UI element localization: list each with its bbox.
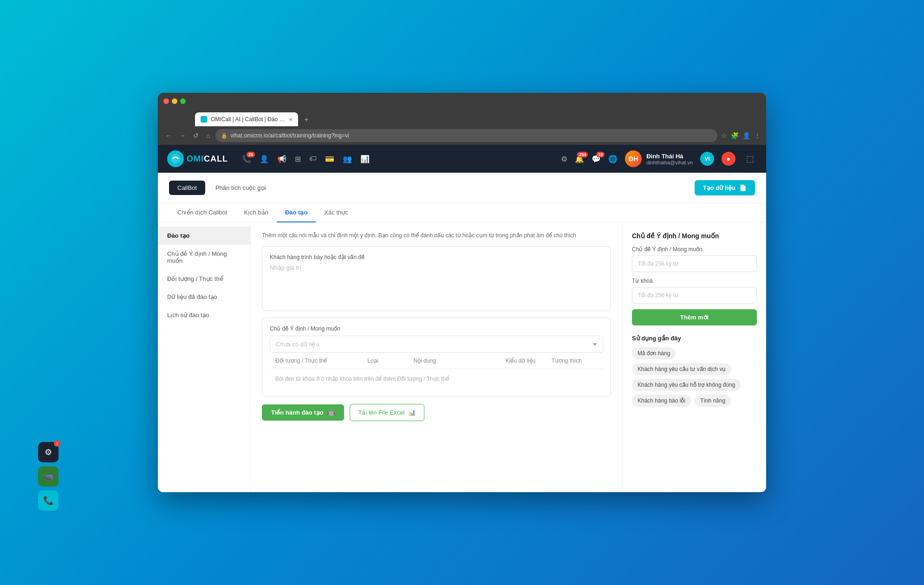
tab-callbot[interactable]: CallBot xyxy=(169,181,205,195)
home-button[interactable]: ⌂ xyxy=(204,130,212,141)
tag-0[interactable]: Mã đơn hàng xyxy=(632,347,676,359)
add-new-button[interactable]: Thêm mới xyxy=(632,309,757,325)
input-label: Khách hàng trình bày hoặc đặt vấn đề xyxy=(270,254,603,260)
sidebar-item-lich-su[interactable]: Lịch sử đào tạo xyxy=(158,306,250,324)
svg-point-0 xyxy=(171,154,180,163)
forward-button[interactable]: → xyxy=(177,130,188,141)
chat-icon[interactable]: 💬 19 xyxy=(592,155,601,163)
main-content: CallBot Phân tích cuộc gọi Tạo dữ liệu 📄… xyxy=(158,173,766,492)
browser-tab-active[interactable]: OMICall | AI | CallBot | Đào tạo ✕ xyxy=(195,112,298,126)
create-data-button[interactable]: Tạo dữ liệu 📄 xyxy=(695,180,755,195)
body-layout: Đào tạo Chủ đề Ý định / Mong muốn Đối tư… xyxy=(158,223,766,492)
intent-label: Chủ đề Ý định / Mong muốn xyxy=(270,325,603,332)
nav-icon-user[interactable]: 👤 xyxy=(260,155,269,163)
browser-window: OMICall | AI | CallBot | Đào tạo ✕ + ← →… xyxy=(158,93,766,492)
keyword-input-group: Từ khoá xyxy=(632,278,757,304)
refresh-button[interactable]: ↺ xyxy=(191,130,201,141)
browser-actions: ☆ 🧩 👤 ⋮ xyxy=(721,132,761,139)
tag-2[interactable]: Khách hàng yêu cầu hỗ trợ không đúng xyxy=(632,379,741,391)
app-header: OMICALL 📞 25 👤 📢 ⊞ 🏷 💳 👥 📊 ⚙ 🔔 xyxy=(158,145,766,173)
globe-icon[interactable]: 🌐 xyxy=(608,155,618,163)
float-settings-button[interactable]: ⚙ 1 xyxy=(38,442,59,462)
table-placeholder: Bôi đen từ khóa ở ô nhập khóa bên trên đ… xyxy=(270,369,603,389)
subtab-chien-dich[interactable]: Chiến dịch Callbot xyxy=(169,203,235,222)
upload-excel-button[interactable]: Tải lên File Excel 📊 xyxy=(350,404,425,421)
tag-3[interactable]: Khách hàng báo lỗi xyxy=(632,395,691,407)
nav-icon-phone[interactable]: 📞 25 xyxy=(242,155,251,163)
tag-1[interactable]: Khách hàng yêu cầu tư vấn dịch vụ xyxy=(632,363,731,375)
float-video-button[interactable]: 📹 xyxy=(38,466,59,487)
browser-chrome: OMICall | AI | CallBot | Đào tạo ✕ + ← →… xyxy=(158,93,766,145)
sidebar-item-doi-tuong[interactable]: Đối tượng / Thực thể xyxy=(158,270,250,288)
minimize-button[interactable] xyxy=(172,98,177,104)
tab-phan-tich[interactable]: Phân tích cuộc gọi xyxy=(207,181,274,195)
nav-icon-megaphone[interactable]: 📢 xyxy=(277,155,286,163)
intent-section: Chủ đề Ý định / Mong muốn Chưa có dữ liệ… xyxy=(262,318,611,396)
intent-input[interactable] xyxy=(632,255,757,272)
input-textarea[interactable] xyxy=(270,264,603,301)
close-button[interactable] xyxy=(163,98,169,104)
user-email: dinhthaiha@vihat.vn xyxy=(646,160,693,165)
header-right: ⚙ 🔔 254 💬 19 🌐 ĐH Đinh Thái Hà dinhthaih… xyxy=(561,150,757,167)
new-tab-button[interactable]: + xyxy=(300,113,313,126)
action-row: Tiến hành đào tạo 🤖 Tải lên File Excel 📊 xyxy=(262,404,611,421)
float-phone-button[interactable]: 📞 xyxy=(38,490,59,511)
subtab-kich-ban[interactable]: Kịch bản xyxy=(235,203,276,222)
tab-close-icon[interactable]: ✕ xyxy=(289,117,293,122)
col-noi-dung: Nội dung xyxy=(413,358,505,364)
menu-icon[interactable]: ⋮ xyxy=(754,132,761,139)
sub-tabs: Chiến dịch Callbot Kịch bản Đào tạo Xác … xyxy=(158,203,766,223)
user-avatar: ĐH xyxy=(625,150,642,167)
notification-icon[interactable]: 🔔 254 xyxy=(575,155,584,163)
nav-icon-chart[interactable]: 📊 xyxy=(360,155,370,163)
intent-input-group: Chủ đề Ý định / Mong muốn xyxy=(632,246,757,272)
top-bar: CallBot Phân tích cuộc gọi Tạo dữ liệu 📄 xyxy=(158,173,766,203)
panel-description: Thêm một câu nói mẫu và chỉ định một ý đ… xyxy=(262,232,611,239)
user-name: Đinh Thái Hà xyxy=(646,153,693,160)
main-panel: Thêm một câu nói mẫu và chỉ định một ý đ… xyxy=(251,223,622,492)
address-bar[interactable]: 🔒 vihat.omicrm.io/ai/callbot/training/tr… xyxy=(215,129,717,142)
nav-icon-people[interactable]: 👥 xyxy=(343,155,352,163)
sidebar: Đào tạo Chủ đề Ý định / Mong muốn Đối tư… xyxy=(158,223,251,492)
extensions-icon[interactable]: 🧩 xyxy=(731,132,739,139)
maximize-button[interactable] xyxy=(180,98,186,104)
traffic-lights xyxy=(163,98,186,104)
notification-badge: 254 xyxy=(577,152,588,157)
recent-title: Sử dụng gần đây xyxy=(632,335,757,342)
nav-icon-grid[interactable]: ⊞ xyxy=(295,155,301,163)
col-kieu-du-lieu: Kiểu dữ liệu xyxy=(506,358,552,364)
nav-icon-tag[interactable]: 🏷 xyxy=(309,155,317,163)
subtab-xac-thuc[interactable]: Xác thực xyxy=(316,203,356,222)
tag-4[interactable]: Tính năng xyxy=(695,395,731,407)
logo-icon xyxy=(167,150,184,167)
record-button[interactable]: ● xyxy=(722,152,735,166)
tab-favicon xyxy=(201,116,207,123)
logo-text: OMICALL xyxy=(187,154,228,164)
user-info: ĐH Đinh Thái Hà dinhthaiha@vihat.vn xyxy=(625,150,693,167)
chat-badge: 19 xyxy=(596,152,605,157)
sidebar-item-dao-tao[interactable]: Đào tạo xyxy=(158,227,250,245)
profile-icon[interactable]: 👤 xyxy=(742,132,750,139)
sidebar-item-du-lieu[interactable]: Dữ liệu đã đào tạo xyxy=(158,288,250,306)
col-loai: Loại xyxy=(367,358,413,364)
subtab-dao-tao[interactable]: Đào tạo xyxy=(277,203,316,222)
lock-icon: 🔒 xyxy=(221,133,228,139)
settings-icon[interactable]: ⚙ xyxy=(561,155,567,163)
train-icon: 🤖 xyxy=(327,409,335,416)
intent-input-label: Chủ đề Ý định / Mong muốn xyxy=(632,246,757,253)
intent-select[interactable]: Chưa có dữ liệu xyxy=(270,336,603,353)
url-text: vihat.omicrm.io/ai/callbot/training/trai… xyxy=(230,132,349,139)
right-panel: Chủ đề Ý định / Mong muốn Chủ đề Ý định … xyxy=(622,223,766,492)
bookmark-icon[interactable]: ☆ xyxy=(721,132,727,139)
back-button[interactable]: ← xyxy=(163,130,174,141)
keyword-input-label: Từ khoá xyxy=(632,278,757,284)
lang-switcher[interactable]: VI xyxy=(700,152,714,166)
logo-area: OMICALL xyxy=(167,150,228,167)
sidebar-item-chu-de[interactable]: Chủ đề Ý định / Mong muốn xyxy=(158,245,250,270)
create-data-icon: 📄 xyxy=(739,184,747,191)
train-label: Tiến hành đào tạo xyxy=(271,409,324,416)
logout-button[interactable]: ⬚ xyxy=(743,152,757,166)
keyword-input[interactable] xyxy=(632,287,757,304)
nav-icon-card[interactable]: 💳 xyxy=(325,155,334,163)
train-button[interactable]: Tiến hành đào tạo 🤖 xyxy=(262,404,344,421)
